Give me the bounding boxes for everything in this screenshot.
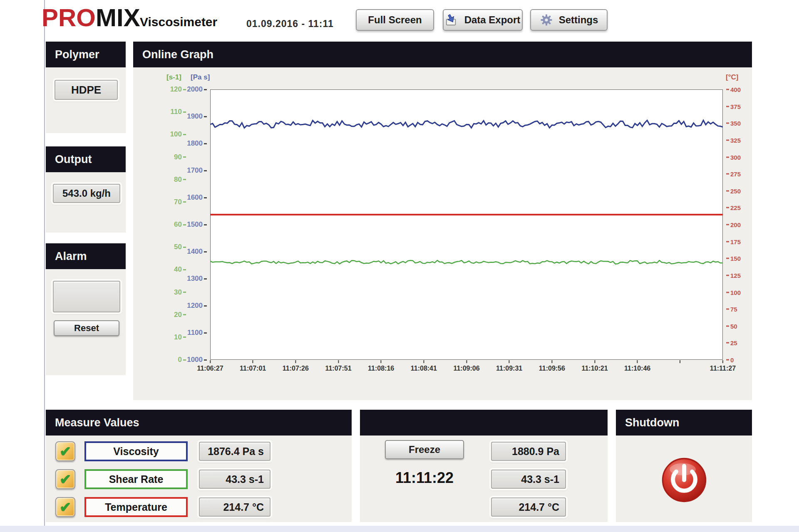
time-axis-tick: 11:07:51 — [325, 360, 351, 372]
time-axis-tick: 11:10:21 — [581, 360, 608, 372]
time-axis-tick — [680, 360, 680, 365]
shear-axis-unit: [s-1] — [166, 73, 181, 82]
gear-icon — [540, 13, 553, 27]
settings-button[interactable]: Settings — [530, 9, 608, 31]
frozen-shear-rate-display: 43.3 s-1 — [491, 470, 566, 489]
time-axis-tick: 11:08:41 — [411, 360, 437, 372]
shear-axis-tick: 30 — [174, 288, 187, 297]
viscosity-axis-tick: 1200 — [187, 302, 208, 310]
temperature-axis-tick: 250 — [725, 187, 741, 194]
logo-mix: MIX — [96, 4, 140, 32]
shear-axis-tick: 50 — [174, 243, 187, 251]
power-icon — [661, 457, 707, 503]
time-axis-tick: 11:08:16 — [368, 360, 394, 372]
shear-axis-tick: 20 — [174, 311, 187, 319]
freeze-time-label: 11:11:22 — [372, 469, 476, 487]
temperature-axis-tick: 100 — [725, 289, 741, 296]
shear-axis-tick: 70 — [174, 198, 187, 206]
settings-label: Settings — [559, 14, 598, 26]
left-divider — [44, 0, 45, 532]
shear-rate-label: Shear Rate — [84, 469, 188, 489]
time-axis-tick: 11:10:46 — [624, 360, 650, 372]
time-axis: 11:06:2711:07:0111:07:2611:07:5111:08:16… — [210, 360, 723, 377]
viscosity-axis-tick: 1700 — [187, 166, 208, 175]
shear-axis-tick: 0 — [178, 356, 187, 364]
shear-axis-tick: 40 — [174, 265, 187, 274]
time-axis-tick: 11:07:26 — [283, 360, 309, 372]
viscosity-axis-tick: 1500 — [187, 220, 208, 229]
polymer-panel-body — [46, 67, 126, 133]
export-icon — [445, 13, 459, 27]
temperature-axis-tick: 325 — [725, 136, 741, 144]
time-axis-tick: 11:11:27 — [710, 360, 736, 372]
viscosity-axis-tick: 1300 — [187, 275, 208, 283]
logo-pro: PRO — [42, 4, 96, 32]
shear-rate-value-display: 43.3 s-1 — [199, 470, 270, 489]
freeze-button[interactable]: Freeze — [385, 440, 464, 459]
temperature-axis-tick: 400 — [725, 86, 741, 93]
time-axis-tick: 11:07:01 — [240, 360, 266, 372]
chart-series — [210, 89, 723, 360]
viscosity-axis-unit: [Pa s] — [191, 73, 210, 82]
time-axis-tick: 11:06:27 — [197, 360, 223, 372]
data-export-label: Data Export — [464, 14, 521, 26]
shear-axis-tick: 10 — [174, 333, 187, 341]
shutdown-panel-header: Shutdown — [616, 410, 752, 435]
polymer-panel-header: Polymer — [46, 42, 126, 67]
temperature-axis-tick: 50 — [725, 322, 737, 329]
frozen-viscosity-display: 1880.9 Pa — [491, 442, 566, 461]
shear-axis-tick: 90 — [174, 153, 187, 161]
shear-axis-tick: 120 — [170, 85, 187, 94]
shear-axis-tick: 110 — [171, 108, 187, 116]
check-icon: ✔ — [60, 444, 72, 458]
viscosity-axis-tick: 1800 — [187, 139, 208, 148]
temperature-axis-tick: 225 — [725, 204, 741, 211]
alarm-reset-button[interactable]: Reset — [54, 320, 119, 336]
temperature-label: Temperature — [84, 497, 188, 517]
shear-axis: 1201101009080706050403020100 — [166, 89, 187, 360]
promix-logo: PROMIX — [42, 3, 140, 32]
temperature-axis-tick: 150 — [725, 255, 741, 262]
alarm-panel-header: Alarm — [46, 243, 126, 269]
viscosity-axis-tick: 2000 — [187, 85, 208, 94]
temperature-checkbox[interactable]: ✔ — [55, 497, 75, 517]
temperature-axis: 4003753503253002752502252001751501251007… — [725, 89, 751, 360]
full-screen-label: Full Screen — [368, 14, 422, 26]
output-value-display: 543.0 kg/h — [53, 184, 120, 203]
alarm-value-display — [53, 281, 120, 312]
page-title: Viscosimeter — [140, 15, 217, 29]
data-export-button[interactable]: Data Export — [443, 9, 523, 31]
temperature-axis-tick: 275 — [725, 171, 741, 178]
viscosity-axis-tick: 1100 — [187, 329, 208, 337]
full-screen-button[interactable]: Full Screen — [356, 9, 434, 31]
temperature-axis-tick: 300 — [725, 153, 741, 161]
temperature-axis-unit: [°C] — [726, 73, 738, 82]
series-viscosity — [210, 120, 723, 128]
temperature-axis-tick: 25 — [725, 339, 737, 346]
temperature-value-display: 214.7 °C — [199, 497, 270, 517]
temperature-axis-tick: 375 — [725, 103, 741, 110]
shear-axis-tick: 100 — [170, 130, 187, 139]
online-graph-header: Online Graph — [133, 42, 752, 67]
output-panel-header: Output — [46, 146, 126, 172]
shear-rate-checkbox[interactable]: ✔ — [55, 469, 75, 489]
viscosity-label: Viscosity — [84, 441, 188, 461]
check-icon: ✔ — [60, 472, 72, 486]
viscosity-axis-tick: 1600 — [187, 193, 208, 202]
temperature-axis-tick: 75 — [725, 306, 737, 313]
viscosity-axis-tick: 1900 — [187, 112, 208, 121]
time-axis-tick: 11:09:56 — [539, 360, 565, 372]
polymer-value-button[interactable]: HDPE — [55, 80, 118, 100]
freeze-panel-header — [360, 410, 608, 435]
frozen-temperature-display: 214.7 °C — [491, 497, 566, 517]
shear-axis-tick: 80 — [174, 176, 187, 184]
viscosity-axis: 2000190018001700160015001400130012001100… — [187, 89, 208, 360]
viscosity-checkbox[interactable]: ✔ — [55, 441, 75, 461]
series-shear-rate — [210, 260, 723, 264]
power-button[interactable] — [661, 457, 707, 503]
temperature-axis-tick: 175 — [725, 238, 741, 245]
viscosity-value-display: 1876.4 Pa s — [199, 442, 270, 461]
temperature-axis-tick: 200 — [725, 221, 741, 228]
check-icon: ✔ — [60, 500, 72, 514]
shear-axis-tick: 60 — [174, 220, 187, 229]
